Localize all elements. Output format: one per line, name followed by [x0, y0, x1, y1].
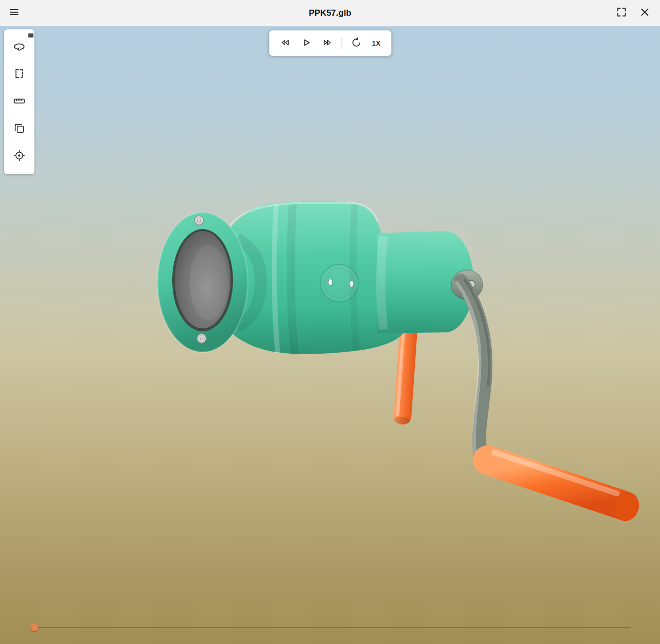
- loop-button[interactable]: [346, 33, 366, 53]
- skip-forward-icon: [321, 36, 333, 50]
- titlebar: PPK57.glb: [0, 0, 660, 26]
- side-toolbar: [4, 29, 34, 174]
- section-plane-icon: [13, 67, 26, 82]
- play-button[interactable]: [296, 33, 316, 53]
- crank-valve-model: [0, 26, 660, 644]
- fullscreen-button[interactable]: [612, 4, 631, 22]
- viewer-window: PPK57.glb: [0, 0, 660, 644]
- target-icon: [13, 149, 26, 164]
- loop-icon: [350, 36, 362, 50]
- menu-button[interactable]: [5, 4, 23, 22]
- measure-tool-button[interactable]: [9, 91, 29, 111]
- timeline-track[interactable]: [30, 627, 631, 628]
- model-viewport[interactable]: 1X: [0, 26, 660, 644]
- skip-back-button[interactable]: [275, 33, 294, 53]
- section-plane-tool-button[interactable]: [9, 64, 29, 84]
- window-title: PPK57.glb: [308, 8, 351, 18]
- focus-target-tool-button[interactable]: [9, 146, 29, 166]
- timeline-handle[interactable]: [30, 623, 38, 631]
- playback-divider: [341, 37, 342, 49]
- play-icon: [300, 36, 312, 50]
- bolt-hole-top: [195, 216, 204, 225]
- bolt-hole-bottom: [197, 334, 206, 343]
- playback-bar: 1X: [269, 30, 391, 56]
- close-button[interactable]: [636, 4, 654, 22]
- hamburger-icon: [8, 6, 20, 20]
- layers-icon: [13, 122, 26, 136]
- playback-speed-button[interactable]: 1X: [368, 33, 385, 53]
- layers-tool-button[interactable]: [9, 119, 29, 139]
- skip-forward-button[interactable]: [318, 33, 337, 53]
- skip-back-icon: [279, 36, 291, 50]
- orbit-icon: [13, 40, 26, 54]
- toolbar-drag-handle: [28, 33, 33, 37]
- ruler-icon: [13, 94, 26, 109]
- close-icon: [639, 6, 651, 20]
- center-boss: [321, 264, 358, 302]
- fullscreen-icon: [615, 6, 628, 20]
- animation-timeline[interactable]: [30, 623, 631, 631]
- crank-grip: [488, 452, 643, 524]
- orbit-tool-button[interactable]: [9, 36, 29, 57]
